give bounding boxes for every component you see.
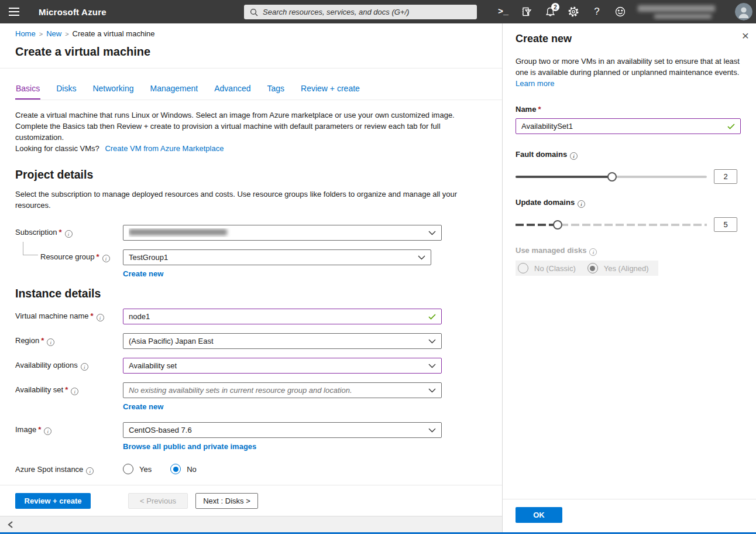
managed-no-radio	[518, 263, 528, 273]
availability-set-info-icon[interactable]	[71, 388, 78, 395]
region-label: Region	[15, 333, 123, 346]
search-placeholder: Search resources, services, and docs (G+…	[263, 8, 409, 16]
project-details-form: Subscription Resource group	[15, 225, 502, 278]
top-bar: Microsoft Azure Search resources, servic…	[0, 0, 756, 23]
review-create-button[interactable]: Review + create	[15, 493, 91, 509]
previous-button[interactable]: < Previous	[128, 493, 188, 509]
tab-bar: Basics Disks Networking Management Advan…	[15, 81, 502, 100]
main-content-column: Home > New > Create a virtual machine Cr…	[0, 23, 502, 532]
spot-no-radio[interactable]	[170, 464, 181, 474]
intro-line-2: Complete the Basics tab then Review + cr…	[15, 121, 477, 143]
managed-yes-radio	[587, 263, 598, 273]
update-domains-slider[interactable]	[516, 220, 707, 230]
update-domains-info-icon[interactable]	[578, 200, 585, 208]
fault-domains-label: Fault domains	[516, 150, 741, 160]
managed-disks-label: Use managed disks	[516, 246, 741, 256]
browse-images-link[interactable]: Browse all public and private images	[123, 442, 256, 451]
update-domains-slider-handle[interactable]	[553, 220, 562, 230]
chevron-down-icon	[428, 388, 436, 393]
availability-options-info-icon[interactable]	[81, 363, 88, 371]
cloud-shell-icon[interactable]: >_	[492, 0, 515, 23]
tab-tags[interactable]: Tags	[267, 81, 286, 100]
next-disks-button[interactable]: Next : Disks >	[195, 493, 258, 509]
intro-line-3: Looking for classic VMs?	[15, 144, 99, 153]
tab-advanced[interactable]: Advanced	[214, 81, 251, 100]
help-icon[interactable]: ?	[585, 0, 609, 23]
fault-domains-info-icon[interactable]	[570, 152, 578, 160]
chevron-left-icon[interactable]	[7, 521, 14, 529]
region-info-icon[interactable]	[47, 338, 54, 346]
resource-group-info-icon[interactable]	[102, 255, 110, 262]
managed-disks-info-icon	[589, 248, 597, 256]
managed-no-label: No (Classic)	[534, 264, 576, 273]
spot-yes-radio[interactable]	[123, 464, 133, 474]
intro-text: Create a virtual machine that runs Linux…	[15, 109, 477, 154]
breadcrumb-home[interactable]: Home	[15, 29, 36, 38]
chevron-down-icon	[428, 428, 436, 433]
instance-details-form: Virtual machine name node1 Region	[15, 309, 502, 485]
azure-brand[interactable]: Microsoft Azure	[39, 7, 106, 17]
valid-check-icon	[727, 124, 735, 129]
valid-check-icon	[428, 314, 436, 320]
ok-button[interactable]: OK	[516, 507, 562, 523]
close-icon[interactable]: ×	[742, 29, 749, 42]
update-domains-label: Update domains	[516, 198, 741, 208]
spot-yes-label[interactable]: Yes	[139, 465, 152, 474]
notifications-bell-icon[interactable]: 2	[538, 0, 562, 23]
as-name-input[interactable]: AvailabilitySet1	[516, 118, 741, 134]
chevron-down-icon	[428, 231, 436, 235]
subscription-info-icon[interactable]	[65, 230, 73, 238]
chevron-down-icon	[428, 364, 436, 368]
feedback-smiley-icon[interactable]	[609, 0, 632, 23]
vm-name-info-icon[interactable]	[97, 314, 104, 321]
global-search-input[interactable]: Search resources, services, and docs (G+…	[244, 5, 477, 19]
resource-group-label: Resource group	[40, 249, 123, 262]
project-details-heading: Project details	[15, 168, 487, 182]
breadcrumb-new[interactable]: New	[46, 29, 61, 38]
tab-disks[interactable]: Disks	[56, 81, 77, 100]
create-vm-marketplace-link[interactable]: Create VM from Azure Marketplace	[105, 144, 224, 153]
hamburger-menu-icon[interactable]	[0, 0, 28, 23]
fault-domains-slider-handle[interactable]	[607, 172, 617, 182]
search-icon	[250, 8, 258, 16]
resource-group-create-new-link[interactable]: Create new	[123, 269, 163, 278]
subscription-label: Subscription	[15, 225, 123, 238]
learn-more-link[interactable]: Learn more	[516, 79, 554, 88]
chevron-down-icon	[418, 255, 425, 260]
breadcrumb-separator: >	[39, 30, 43, 37]
fault-domains-slider[interactable]	[516, 172, 707, 182]
vm-name-input[interactable]: node1	[123, 309, 442, 324]
subscription-dropdown[interactable]	[123, 225, 442, 241]
create-new-availability-set-panel: Create new × Group two or more VMs in an…	[502, 23, 756, 532]
directory-filter-icon[interactable]	[515, 0, 538, 23]
region-dropdown[interactable]: (Asia Pacific) Japan East	[123, 333, 442, 349]
tab-review-create[interactable]: Review + create	[300, 81, 360, 100]
managed-yes-label: Yes (Aligned)	[604, 264, 649, 273]
spot-instance-info-icon[interactable]	[86, 467, 94, 475]
image-dropdown[interactable]: CentOS-based 7.6	[123, 422, 442, 438]
availability-set-label: Availability set	[15, 382, 123, 395]
tab-basics[interactable]: Basics	[15, 81, 40, 100]
avatar[interactable]	[735, 3, 752, 20]
update-domains-value[interactable]: 5	[714, 217, 737, 232]
resource-group-dropdown[interactable]: TestGroup1	[123, 249, 431, 265]
availability-options-label: Availability options	[15, 358, 123, 371]
chevron-down-icon	[428, 339, 436, 344]
image-info-icon[interactable]	[44, 427, 51, 435]
panel-title: Create new	[516, 33, 741, 45]
fault-domains-value[interactable]: 2	[714, 169, 737, 184]
account-info-blurred[interactable]	[634, 2, 733, 21]
subscription-value-blurred	[129, 229, 227, 235]
nesting-connector-line	[23, 242, 38, 255]
page-header: Home > New > Create a virtual machine Cr…	[0, 23, 502, 69]
availability-options-dropdown[interactable]: Availability set	[123, 358, 442, 374]
availability-set-dropdown[interactable]: No existing availability sets in current…	[123, 382, 442, 398]
availability-set-create-new-link[interactable]: Create new	[123, 402, 163, 411]
bottom-scroll-strip[interactable]	[0, 516, 502, 532]
notification-count-badge: 2	[551, 3, 559, 11]
settings-gear-icon[interactable]	[562, 0, 585, 23]
spot-no-label[interactable]: No	[187, 465, 197, 474]
tab-networking[interactable]: Networking	[92, 81, 134, 100]
as-name-label: Name	[516, 105, 741, 114]
tab-management[interactable]: Management	[150, 81, 199, 100]
